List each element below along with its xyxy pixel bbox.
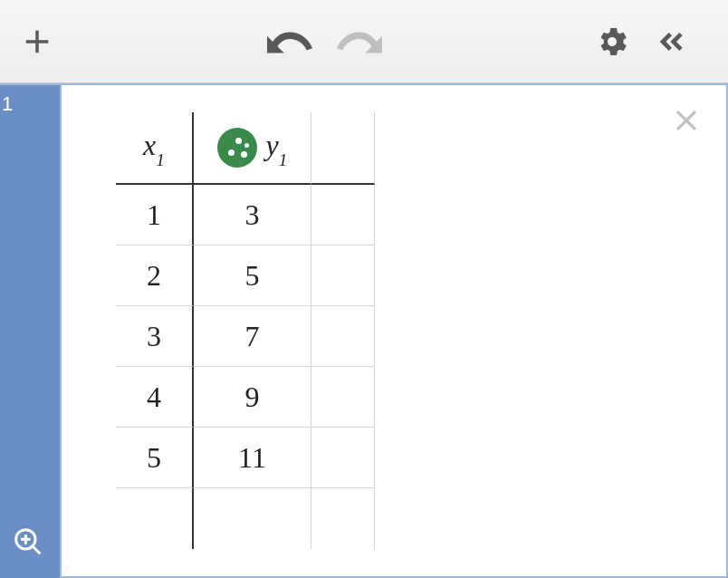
expression-panel: x1 y1 1 3 2 5 3 7 4 9 5 11 xyxy=(62,83,728,578)
table-cell[interactable]: 9 xyxy=(194,367,311,428)
table-cell[interactable]: 11 xyxy=(194,428,311,488)
column-header-y[interactable]: y1 xyxy=(194,112,311,185)
add-icon[interactable] xyxy=(18,23,56,61)
column-header-x[interactable]: x1 xyxy=(116,112,194,185)
close-icon[interactable] xyxy=(669,103,704,141)
zoom-in-icon[interactable] xyxy=(14,527,43,560)
collapse-icon[interactable] xyxy=(652,24,692,60)
redo-icon xyxy=(337,25,382,58)
table-cell[interactable]: 2 xyxy=(116,246,194,306)
table-cell[interactable] xyxy=(311,367,375,428)
table-cell[interactable]: 1 xyxy=(116,185,194,246)
top-toolbar xyxy=(0,0,728,83)
expression-gutter: 1 xyxy=(0,83,62,578)
gear-icon[interactable] xyxy=(594,24,630,60)
y-var: y xyxy=(266,129,279,161)
table-cell[interactable]: 3 xyxy=(194,185,311,246)
table-cell[interactable] xyxy=(311,185,375,246)
row-number: 1 xyxy=(2,92,13,116)
table-cell[interactable]: 5 xyxy=(116,428,194,488)
table-cell[interactable] xyxy=(311,306,375,367)
main-area: 1 x1 y1 1 3 2 5 3 7 xyxy=(0,83,728,578)
table-cell[interactable]: 7 xyxy=(194,306,311,367)
series-color-chip[interactable] xyxy=(217,128,257,168)
y-sub: 1 xyxy=(279,150,288,169)
x-sub: 1 xyxy=(156,150,165,169)
table-cell-empty[interactable] xyxy=(116,488,194,549)
x-var: x xyxy=(143,129,156,161)
table-cell[interactable] xyxy=(311,428,375,488)
table-cell[interactable]: 5 xyxy=(194,246,311,306)
undo-icon[interactable] xyxy=(267,25,312,58)
table-cell[interactable]: 4 xyxy=(116,367,194,428)
table-cell[interactable]: 3 xyxy=(116,306,194,367)
table-cell-empty[interactable] xyxy=(311,488,375,549)
data-table[interactable]: x1 y1 1 3 2 5 3 7 4 9 5 11 xyxy=(116,112,726,549)
column-header-empty[interactable] xyxy=(311,112,375,185)
table-cell-empty[interactable] xyxy=(194,488,311,549)
table-cell[interactable] xyxy=(311,246,375,306)
